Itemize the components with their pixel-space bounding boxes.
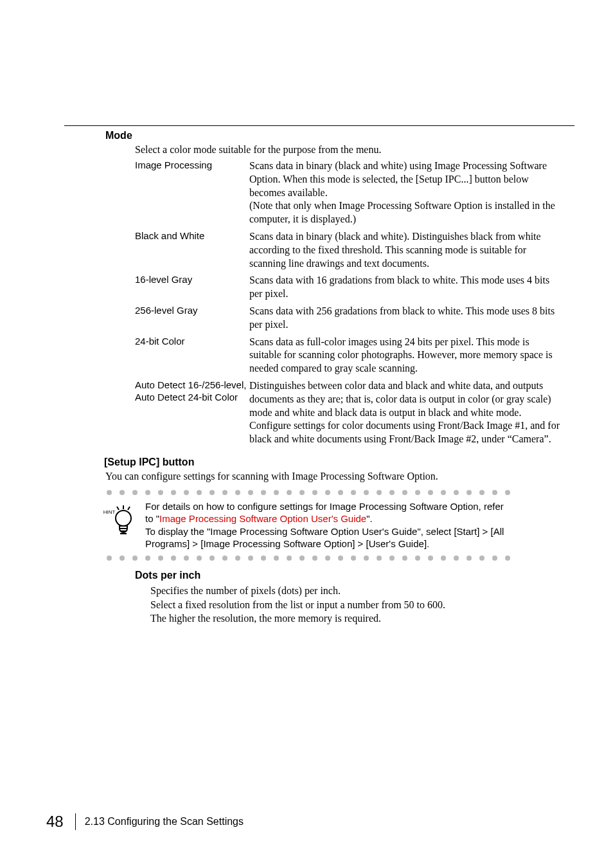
mode-desc: Scans data with 16 gradations from black… — [249, 274, 562, 301]
mode-item: Image Processing Scans data in binary (b… — [135, 159, 562, 226]
mode-desc: Scans data with 256 gradations from blac… — [249, 305, 562, 332]
dots-per-inch-line: The higher the resolution, the more memo… — [150, 611, 562, 626]
svg-line-2 — [128, 507, 130, 510]
mode-definition-list: Image Processing Scans data in binary (b… — [135, 159, 562, 446]
hint-block: HINT For details on how to configure set… — [105, 490, 511, 561]
hint-dots-bottom — [105, 556, 511, 561]
setup-ipc-heading: [Setup IPC] button — [104, 457, 562, 468]
hint-link[interactable]: Image Processing Software Option User's … — [159, 513, 366, 524]
footer-separator — [75, 813, 76, 830]
mode-desc: Scans data in binary (black and white) u… — [249, 159, 562, 226]
dots-per-inch-heading: Dots per inch — [135, 570, 562, 581]
dots-per-inch-line: Select a fixed resolution from the list … — [150, 598, 562, 612]
hint-icon: HINT — [105, 500, 141, 543]
hint-dots-top — [105, 490, 511, 495]
mode-item: 256-level Gray Scans data with 256 grada… — [135, 305, 562, 332]
mode-item: 16-level Gray Scans data with 16 gradati… — [135, 274, 562, 301]
mode-item: Black and White Scans data in binary (bl… — [135, 230, 562, 270]
mode-term: Auto Detect 16-/256-level, Auto Detect 2… — [135, 379, 249, 404]
top-horizontal-rule — [64, 125, 574, 126]
footer-section-title: 2.13 Configuring the Scan Settings — [85, 816, 244, 827]
setup-ipc-desc: You can configure settings for scanning … — [105, 471, 562, 482]
mode-term: 256-level Gray — [135, 305, 249, 317]
page-number: 48 — [46, 813, 75, 831]
mode-intro: Select a color mode suitable for the pur… — [135, 144, 562, 156]
dots-per-inch-line: Specifies the number of pixels (dots) pe… — [150, 584, 562, 598]
mode-heading: Mode — [105, 130, 562, 141]
page-footer: 48 2.13 Configuring the Scan Settings — [46, 813, 244, 831]
hint-text: For details on how to configure settings… — [141, 500, 509, 550]
mode-term: Black and White — [135, 230, 249, 242]
mode-desc: Scans data as full-color images using 24… — [249, 336, 562, 375]
mode-item: 24-bit Color Scans data as full-color im… — [135, 336, 562, 375]
svg-line-1 — [117, 507, 119, 510]
dots-per-inch-section: Dots per inch Specifies the number of pi… — [135, 570, 562, 626]
mode-term: Image Processing — [135, 159, 249, 172]
svg-point-3 — [116, 511, 131, 526]
mode-desc: Distinguishes between color data and bla… — [249, 379, 562, 446]
mode-desc: Scans data in binary (black and white). … — [249, 230, 562, 270]
mode-term: 24-bit Color — [135, 336, 249, 348]
hint-label: HINT — [103, 509, 116, 515]
mode-term: 16-level Gray — [135, 274, 249, 286]
mode-item: Auto Detect 16-/256-level, Auto Detect 2… — [135, 379, 562, 446]
setup-ipc-section: [Setup IPC] button You can configure set… — [105, 457, 562, 482]
